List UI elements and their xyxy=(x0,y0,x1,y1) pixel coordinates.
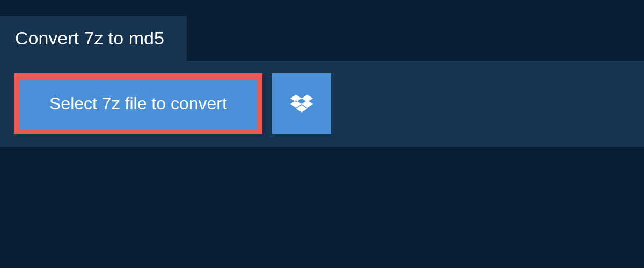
select-file-label: Select 7z file to convert xyxy=(49,94,227,114)
action-panel: Select 7z file to convert xyxy=(0,61,644,147)
header-tab: Convert 7z to md5 xyxy=(0,16,187,61)
dropbox-button[interactable] xyxy=(272,73,331,134)
dropbox-icon xyxy=(290,93,313,115)
page-title: Convert 7z to md5 xyxy=(15,28,164,49)
select-file-button[interactable]: Select 7z file to convert xyxy=(14,73,262,134)
